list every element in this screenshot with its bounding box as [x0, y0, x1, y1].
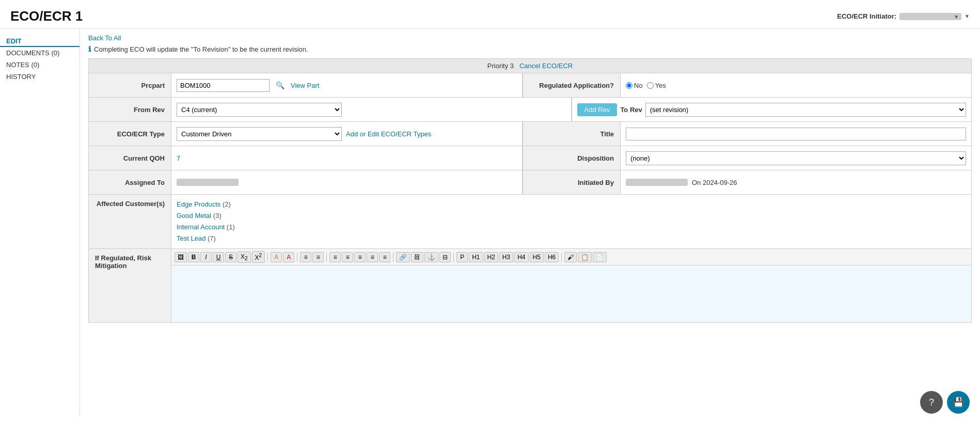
customer-link-good-metal[interactable]: Good Metal [177, 212, 211, 219]
from-rev-input-cell: C4 (current) C3 C2 [171, 98, 572, 121]
customer-item-edge: Edge Products (2) [177, 199, 966, 210]
toolbar-italic-btn[interactable]: I [200, 252, 212, 262]
toolbar-highlight1-btn[interactable]: A [271, 252, 282, 262]
qoh-value-link[interactable]: 7 [177, 154, 180, 162]
customers-label: Affected Customer(s) [89, 195, 171, 248]
eco-type-select[interactable]: Customer Driven Internal Regulatory [177, 127, 342, 141]
main-layout: EDIT DOCUMENTS (0) NOTES (0) HISTORY Bac… [0, 29, 980, 417]
add-edit-types-link[interactable]: Add or Edit ECO/ECR Types [346, 130, 431, 138]
customer-link-internal[interactable]: Internal Account [177, 223, 225, 231]
back-to-all-link[interactable]: Back To All [88, 34, 121, 42]
floating-buttons: ? 💾 [920, 391, 970, 414]
toolbar-anchor-btn[interactable]: ⚓ [424, 252, 438, 262]
assigned-to-value [177, 179, 239, 186]
toolbar-para-btn[interactable]: P [456, 252, 468, 262]
toolbar-h6-btn[interactable]: H6 [545, 252, 559, 262]
toolbar-align-justify-btn[interactable]: ≡ [367, 252, 378, 262]
qoh-input-cell: 7 [171, 146, 523, 170]
disposition-select[interactable]: (none) Scrap Rework Use As Is [626, 151, 966, 165]
cancel-eco-ecr-link[interactable]: Cancel ECO/ECR [519, 62, 573, 70]
disposition-input-cell: (none) Scrap Rework Use As Is [621, 146, 971, 170]
save-button[interactable]: 💾 [947, 391, 970, 414]
toolbar-paste-btn[interactable]: 📄 [593, 252, 607, 262]
sidebar: EDIT DOCUMENTS (0) NOTES (0) HISTORY [0, 29, 80, 417]
customer-link-edge[interactable]: Edge Products [177, 200, 220, 208]
to-rev-select[interactable]: (set revision) [645, 103, 966, 117]
toolbar-unordered-list-btn[interactable]: ≡ [300, 252, 311, 262]
from-rev-select[interactable]: C4 (current) C3 C2 [177, 103, 342, 117]
risk-row: If Regulated, Risk Mitigation 🖼 B I U S … [89, 249, 972, 323]
toolbar-align-left-btn[interactable]: ≡ [329, 252, 341, 262]
regulated-yes-text: Yes [655, 82, 666, 89]
title-input[interactable] [626, 128, 966, 140]
prcpart-input[interactable] [177, 79, 270, 92]
customer-link-test-lead[interactable]: Test Lead [177, 234, 206, 242]
regulated-no-radio[interactable] [626, 82, 633, 89]
editor-toolbar: 🖼 B I U S X2 X2 A A ≡ [171, 249, 971, 265]
qoh-row: Current QOH 7 Disposition (none) Scrap R… [89, 146, 972, 170]
toolbar-h5-btn[interactable]: H5 [530, 252, 544, 262]
toolbar-link-btn[interactable]: 🔗 [396, 252, 410, 262]
page-header: ECO/ECR 1 ECO/ECR Initiator: ▼ [0, 0, 980, 29]
help-button[interactable]: ? [920, 391, 943, 414]
regulated-yes-label[interactable]: Yes [647, 82, 666, 89]
risk-label: If Regulated, Risk Mitigation [89, 249, 171, 322]
toolbar-bold-btn[interactable]: B [188, 252, 199, 262]
initiator-select-wrapper[interactable] [899, 12, 961, 21]
toolbar-pagebreak-btn[interactable]: ⊟ [439, 252, 451, 262]
toolbar-underline-btn[interactable]: U [213, 252, 224, 262]
prcpart-row: Prcpart 🔍 View Part Regulated Applicatio… [89, 73, 972, 98]
sidebar-item-documents[interactable]: DOCUMENTS (0) [0, 47, 80, 59]
prcpart-search-button[interactable]: 🔍 [274, 80, 287, 90]
eco-type-label: ECO/ECR Type [89, 122, 171, 146]
initiator-label: ECO/ECR Initiator: [837, 12, 896, 20]
toolbar-h1-btn[interactable]: H1 [469, 252, 483, 262]
regulated-input-cell: No Yes [621, 73, 971, 97]
view-part-link[interactable]: View Part [291, 82, 319, 89]
disposition-label: Disposition [523, 146, 621, 170]
title-label: Title [523, 122, 621, 146]
info-bar: ℹ Completing ECO will update the "To Rev… [88, 45, 972, 53]
toolbar-h4-btn[interactable]: H4 [514, 252, 528, 262]
toolbar-sep-6 [561, 253, 562, 262]
initiated-on-text: On 2024-09-26 [692, 179, 737, 186]
assigned-form-row: Assigned To Initiated By On 2024-09-26 [89, 170, 971, 194]
priority-text: Priority 3 [487, 62, 514, 70]
toolbar-sep-1 [267, 253, 268, 262]
toolbar-unlink-btn[interactable]: ⛓ [411, 252, 423, 262]
customer-item-internal: Internal Account (1) [177, 222, 966, 233]
customer-count-test-lead: (7) [208, 234, 216, 242]
toolbar-superscript-btn[interactable]: X2 [252, 251, 265, 263]
initiated-by-value [626, 179, 688, 186]
regulated-yes-radio[interactable] [647, 82, 654, 89]
toolbar-align-full-btn[interactable]: ≡ [379, 252, 390, 262]
regulated-no-label[interactable]: No [626, 82, 643, 89]
toolbar-align-center-btn[interactable]: ≡ [342, 252, 353, 262]
toolbar-h2-btn[interactable]: H2 [484, 252, 498, 262]
toolbar-h3-btn[interactable]: H3 [499, 252, 513, 262]
toolbar-subscript-btn[interactable]: X2 [238, 252, 251, 263]
customers-form-row: Affected Customer(s) Edge Products (2) G… [89, 195, 971, 248]
add-rev-button[interactable]: Add Rev [577, 103, 618, 116]
toolbar-strikethrough-btn[interactable]: S [225, 252, 236, 262]
sidebar-item-notes[interactable]: NOTES (0) [0, 59, 80, 71]
toolbar-ordered-list-btn[interactable]: ≡ [312, 252, 324, 262]
risk-mitigation-editor[interactable] [171, 265, 971, 322]
eco-type-row: ECO/ECR Type Customer Driven Internal Re… [89, 122, 972, 146]
customers-cell: Edge Products (2) Good Metal (3) Interna… [171, 195, 971, 248]
sidebar-item-edit[interactable]: EDIT [0, 35, 80, 47]
from-rev-form-row: From Rev C4 (current) C3 C2 Add Rev To R… [89, 98, 971, 121]
risk-cell: 🖼 B I U S X2 X2 A A ≡ [171, 249, 971, 322]
risk-form-row: If Regulated, Risk Mitigation 🖼 B I U S … [89, 249, 971, 322]
toolbar-image-btn[interactable]: 🖼 [175, 252, 187, 262]
regulated-radio-group: No Yes [626, 82, 666, 89]
toolbar-align-right-btn[interactable]: ≡ [354, 252, 366, 262]
eco-type-input-cell: Customer Driven Internal Regulatory Add … [171, 122, 523, 146]
toolbar-highlight2-btn[interactable]: A [283, 252, 294, 262]
toolbar-paint-btn[interactable]: 🖌 [564, 252, 577, 262]
current-qoh-label: Current QOH [89, 146, 171, 170]
prcpart-input-cell: 🔍 View Part [171, 73, 523, 97]
toolbar-copy-btn[interactable]: 📋 [578, 252, 592, 262]
sidebar-item-history[interactable]: HISTORY [0, 71, 80, 83]
prcpart-label: Prcpart [89, 73, 171, 97]
